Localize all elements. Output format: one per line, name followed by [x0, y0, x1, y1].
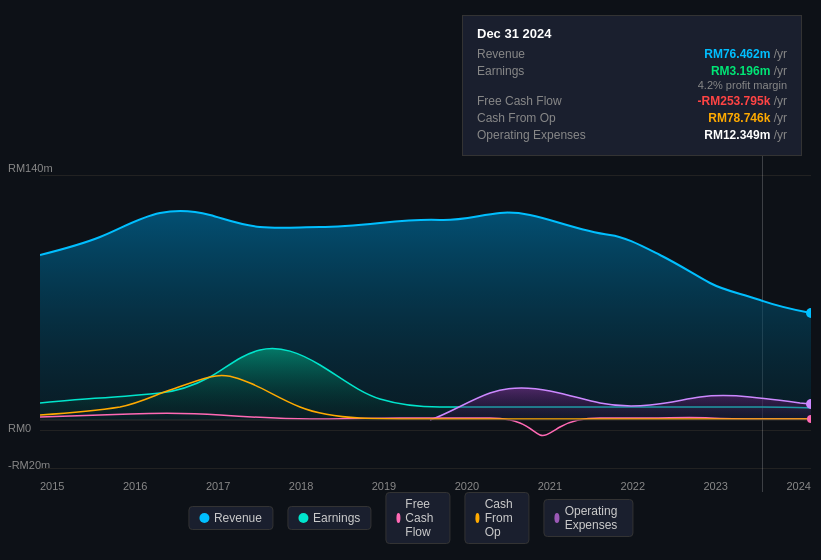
legend-dot-cashop	[475, 513, 479, 523]
legend-item-cashop[interactable]: Cash From Op	[464, 492, 529, 544]
chart-container: Dec 31 2024 Revenue RM76.462m /yr Earnin…	[0, 0, 821, 560]
tooltip-row-earnings: Earnings RM3.196m /yr	[477, 64, 787, 78]
legend-item-revenue[interactable]: Revenue	[188, 506, 273, 530]
y-label-0: RM0	[8, 422, 31, 434]
tooltip-value-cashop: RM78.746k /yr	[708, 111, 787, 125]
tooltip-row-fcf: Free Cash Flow -RM253.795k /yr	[477, 94, 787, 108]
legend-label-cashop: Cash From Op	[485, 497, 519, 539]
x-label-2018: 2018	[289, 480, 313, 492]
legend-label-opex: Operating Expenses	[565, 504, 622, 532]
legend-item-earnings[interactable]: Earnings	[287, 506, 371, 530]
tooltip-sub-earnings: 4.2% profit margin	[477, 79, 787, 91]
x-label-2020: 2020	[455, 480, 479, 492]
x-label-2016: 2016	[123, 480, 147, 492]
legend-label-fcf: Free Cash Flow	[405, 497, 439, 539]
legend-dot-revenue	[199, 513, 209, 523]
x-label-2019: 2019	[372, 480, 396, 492]
tooltip-value-opex: RM12.349m /yr	[704, 128, 787, 142]
tooltip-label-cashop: Cash From Op	[477, 111, 607, 125]
tooltip-label-opex: Operating Expenses	[477, 128, 607, 142]
tooltip-value-fcf: -RM253.795k /yr	[698, 94, 787, 108]
x-label-2023: 2023	[704, 480, 728, 492]
x-label-2022: 2022	[621, 480, 645, 492]
tooltip-label-earnings: Earnings	[477, 64, 607, 78]
x-label-2017: 2017	[206, 480, 230, 492]
tooltip-date: Dec 31 2024	[477, 26, 787, 41]
x-label-2024: 2024	[786, 480, 810, 492]
legend-dot-earnings	[298, 513, 308, 523]
revenue-area	[40, 211, 811, 420]
chart-svg	[40, 155, 811, 475]
tooltip-value-revenue: RM76.462m /yr	[704, 47, 787, 61]
tooltip-label-revenue: Revenue	[477, 47, 607, 61]
legend-item-opex[interactable]: Operating Expenses	[543, 499, 633, 537]
legend-label-earnings: Earnings	[313, 511, 360, 525]
tooltip-value-earnings: RM3.196m /yr	[711, 64, 787, 78]
x-label-2021: 2021	[538, 480, 562, 492]
legend-item-fcf[interactable]: Free Cash Flow	[385, 492, 450, 544]
legend-dot-fcf	[396, 513, 400, 523]
tooltip-label-fcf: Free Cash Flow	[477, 94, 607, 108]
tooltip-box: Dec 31 2024 Revenue RM76.462m /yr Earnin…	[462, 15, 802, 156]
tooltip-row-cashop: Cash From Op RM78.746k /yr	[477, 111, 787, 125]
tooltip-row-revenue: Revenue RM76.462m /yr	[477, 47, 787, 61]
tooltip-row-opex: Operating Expenses RM12.349m /yr	[477, 128, 787, 142]
legend-label-revenue: Revenue	[214, 511, 262, 525]
legend-dot-opex	[554, 513, 559, 523]
chart-legend: Revenue Earnings Free Cash Flow Cash Fro…	[188, 492, 633, 544]
x-axis-labels: 2015 2016 2017 2018 2019 2020 2021 2022 …	[40, 480, 811, 492]
x-label-2015: 2015	[40, 480, 64, 492]
